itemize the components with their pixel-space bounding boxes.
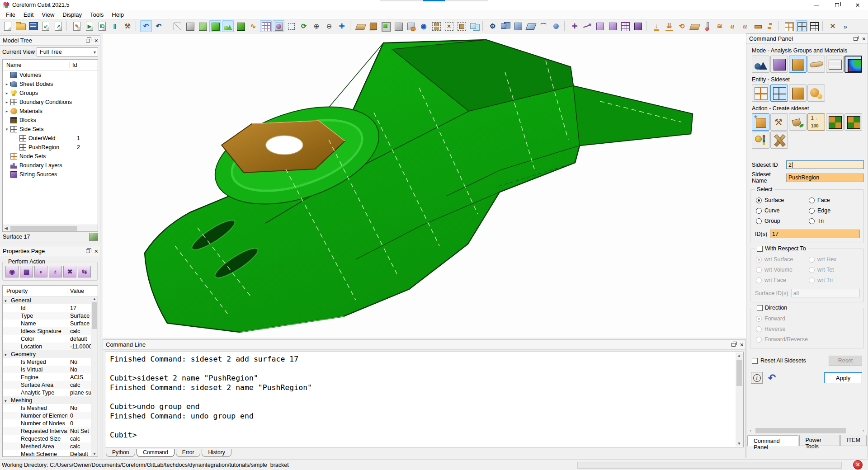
radio-curve[interactable]: Curve — [756, 207, 809, 214]
geometry-wedge-icon[interactable] — [354, 20, 366, 32]
property-row-location[interactable]: Location -11.000000 — [3, 343, 98, 350]
console-tab[interactable]: Error — [176, 449, 201, 457]
close-button[interactable]: ✕ — [847, 0, 868, 10]
custom-tools-icon[interactable]: ⚒ — [122, 20, 133, 32]
surface-ids-input[interactable]: all — [791, 289, 860, 297]
radio-reverse[interactable]: Reverse — [756, 326, 862, 332]
vertex-purple-icon[interactable]: ✛ — [569, 20, 580, 32]
property-row-meshed-area[interactable]: Meshed Area calc — [3, 442, 98, 450]
measure-icon[interactable] — [367, 20, 379, 32]
toolbar-separator[interactable] — [778, 21, 781, 31]
direction-checkbox[interactable] — [757, 305, 763, 311]
float-panel-icon[interactable] — [86, 39, 90, 42]
radio-surface[interactable]: Surface — [756, 197, 809, 203]
select-box-icon[interactable] — [285, 20, 297, 32]
property-row-number-of-elements[interactable]: Number of Elements 0 — [3, 412, 98, 419]
radio-group[interactable]: Group — [756, 218, 809, 224]
graphics-viewport[interactable] — [103, 33, 746, 338]
quality-award-icon[interactable]: ♁ — [49, 266, 62, 277]
property-row-type[interactable]: Type Surface — [3, 312, 98, 320]
action-cube-a-icon[interactable] — [826, 113, 844, 131]
vertex-blue-icon[interactable] — [550, 20, 562, 32]
volume-blue-icon[interactable] — [512, 20, 524, 32]
mode-geometry-icon[interactable] — [752, 56, 769, 73]
flag-cube-icon[interactable] — [405, 20, 417, 32]
panel-horizontal-scrollbar[interactable]: ‹ › — [747, 427, 867, 434]
radio-tri[interactable]: Tri — [809, 218, 862, 224]
webcut-icon[interactable] — [380, 20, 392, 32]
apply-button[interactable]: Apply — [824, 372, 862, 383]
view-curve-icon[interactable]: ∿ — [247, 20, 259, 32]
property-row-color[interactable]: Color default — [3, 335, 98, 343]
property-row-name[interactable]: Name Surface 17 — [3, 320, 98, 327]
mode-post-icon[interactable] — [844, 56, 862, 73]
toolbar-separator[interactable] — [482, 21, 485, 31]
surface-purple-icon[interactable] — [594, 20, 606, 32]
mesh-surface-icon[interactable]: ▦ — [20, 266, 33, 277]
action-modify-icon[interactable] — [770, 113, 788, 131]
close-panel-icon[interactable]: × — [94, 38, 98, 44]
rotate-tool-icon[interactable]: ✕ — [827, 20, 839, 32]
menu-item[interactable]: Edit — [19, 10, 38, 19]
nodeset-icon[interactable] — [783, 20, 795, 32]
edit-journal-icon[interactable]: ✎ — [71, 20, 83, 32]
menu-item[interactable]: Display — [58, 10, 86, 19]
smooth-surface-icon[interactable]: ◗ — [34, 266, 47, 277]
property-row-is-merged[interactable]: Is Merged No — [3, 358, 98, 366]
scroll-thumb[interactable] — [10, 226, 77, 231]
toolbar-separator[interactable] — [167, 21, 170, 31]
property-group-geometry[interactable]: ▾Geometry — [3, 350, 98, 358]
property-row-id[interactable]: Id 17 — [3, 304, 98, 312]
close-panel-icon[interactable]: × — [862, 36, 866, 42]
radio-face[interactable]: Face — [809, 197, 862, 203]
mode-sheet-icon[interactable] — [807, 56, 825, 73]
property-row-requested-intervals[interactable]: Requested Intervals Not Set — [3, 427, 98, 435]
float-panel-icon[interactable] — [86, 249, 90, 253]
zoom-fit-icon[interactable]: ✛ — [336, 20, 348, 32]
tree-expand-icon[interactable]: ▸ — [4, 91, 10, 95]
entity-block-icon[interactable] — [789, 85, 807, 102]
close-panel-icon[interactable]: × — [740, 342, 744, 348]
scroll-up-icon[interactable]: ▲ — [93, 297, 96, 301]
zoom-in-icon[interactable]: ⊕ — [311, 20, 322, 32]
scroll-right-icon[interactable]: › — [860, 428, 867, 433]
value-column-header[interactable]: Value — [67, 288, 84, 294]
tree-item-outerweld[interactable]: OuterWeld 1 — [3, 134, 98, 143]
action-create-icon[interactable] — [752, 113, 769, 131]
properties-vertical-scrollbar[interactable]: ▲ ▼ — [91, 296, 98, 456]
undo-enabled-icon[interactable]: ↶ — [140, 20, 152, 32]
tree-item-boundary-layers[interactable]: Boundary Layers — [3, 161, 98, 170]
action-delete-icon[interactable] — [770, 132, 788, 149]
radio-wrt-face[interactable]: wrt Face — [756, 277, 809, 283]
radio-forward-reverse[interactable]: Forward/Reverse — [756, 336, 862, 343]
property-row-is-virtual[interactable]: Is Virtual No — [3, 366, 98, 373]
property-row-engine[interactable]: Engine ACIS — [3, 373, 98, 381]
bc-bars-icon[interactable] — [764, 20, 776, 32]
property-row-requested-size[interactable]: Requested Size calc — [3, 435, 98, 442]
tree-item-sheet-bodies[interactable]: ▸ Sheet Bodies — [3, 80, 98, 89]
reset-button[interactable]: Reset — [829, 356, 862, 366]
float-panel-icon[interactable] — [854, 37, 858, 41]
property-column-header[interactable]: Property — [3, 288, 67, 294]
mode-materials-icon[interactable] — [826, 56, 844, 73]
menu-item[interactable]: Help — [108, 10, 128, 19]
console-vertical-scrollbar[interactable]: ▲ ▼ — [736, 352, 743, 446]
tree-expand-icon[interactable]: ▾ — [4, 127, 10, 132]
menu-item[interactable]: View — [38, 10, 58, 19]
action-cube-b-icon[interactable] — [844, 113, 862, 131]
tree-item-materials[interactable]: ▸ Materials — [3, 107, 98, 116]
bc-force-icon[interactable]: ↓ — [651, 20, 662, 32]
mesh-purple-icon[interactable] — [619, 20, 631, 32]
find-surface-icon[interactable]: ◉ — [5, 266, 19, 277]
view-transparent-icon[interactable] — [197, 20, 208, 32]
scroll-left-icon[interactable]: ‹ — [747, 428, 754, 433]
partition-split-icon[interactable] — [430, 20, 442, 32]
tree-item-side-sets[interactable]: ▾ Side Sets — [3, 125, 98, 134]
tree-column-id[interactable]: Id — [70, 62, 77, 68]
entity-sideset-icon[interactable] — [770, 85, 788, 102]
radio-wrt-volume[interactable]: wrt Volume — [756, 267, 809, 273]
boolean-cubes-icon[interactable] — [500, 20, 511, 32]
console-tab[interactable]: Command — [137, 449, 174, 457]
tree-expand-icon[interactable]: ▸ — [4, 109, 10, 113]
console-tab[interactable]: History — [202, 449, 231, 457]
